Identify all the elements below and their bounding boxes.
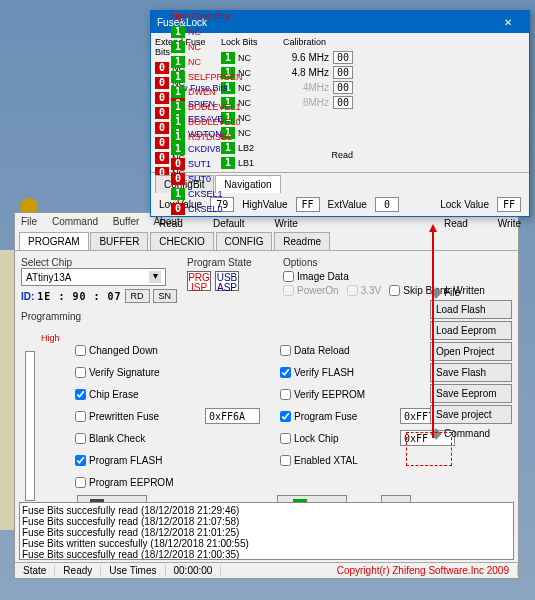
prewritten-fuse-input[interactable]: [205, 408, 260, 424]
high-bit-name-3: SELFPRGEN: [188, 72, 243, 82]
high-bit-0[interactable]: 1: [171, 26, 185, 38]
rd-button[interactable]: RD: [125, 289, 150, 303]
fuse-lock-dialog: Fuse&Lock ✕ Low Fuse Bits 0SPIEN1EESAVE1…: [150, 10, 530, 217]
menu-buffer[interactable]: Buffer: [113, 216, 140, 227]
sn-button[interactable]: SN: [153, 289, 178, 303]
cal-val-3: 00: [333, 96, 353, 109]
image-data-checkbox[interactable]: Image Data: [283, 271, 349, 282]
load-flash-button[interactable]: Load Flash: [430, 300, 512, 319]
options-label: Options: [283, 257, 485, 268]
load-eeprom-button[interactable]: Load Eeprom: [430, 321, 512, 340]
low-bit-7[interactable]: 0: [171, 203, 185, 215]
ext-bit-2[interactable]: 0: [155, 92, 169, 104]
high-label: High: [41, 333, 60, 343]
status-ready: Ready: [55, 565, 101, 576]
menu-command[interactable]: Command: [52, 216, 98, 227]
low-bit-3[interactable]: 1: [171, 143, 185, 155]
low-bit-name-5: SUT0: [188, 174, 211, 184]
main-tabs: PROGRAM BUFFER CHECKIO CONFIG Readme: [15, 230, 518, 251]
verify-eeprom-checkbox[interactable]: Verify EEPROM: [280, 389, 400, 400]
prewritten-fuse-checkbox[interactable]: Prewritten Fuse: [75, 411, 205, 422]
lock-read-button[interactable]: Read: [444, 218, 468, 229]
low-bit-name-6: CKSEL1: [188, 189, 223, 199]
chip-dropdown[interactable]: ATtiny13A ▾: [21, 268, 166, 286]
save-project-button[interactable]: Save project: [430, 405, 512, 424]
ext-bit-5[interactable]: 0: [155, 137, 169, 149]
save-flash-button[interactable]: Save Flash: [430, 363, 512, 382]
fuse-read-button[interactable]: Read: [159, 218, 183, 229]
ext-bit-1[interactable]: 0: [155, 77, 169, 89]
cal-freq-1: 4.8 MHz: [292, 67, 329, 78]
progress-bar: [25, 351, 35, 501]
program-fuse-checkbox[interactable]: Program Fuse: [280, 411, 400, 422]
changed-down-checkbox[interactable]: Changed Down: [75, 345, 205, 356]
low-bit-6[interactable]: 1: [171, 188, 185, 200]
program-flash-checkbox[interactable]: Program FLASH: [75, 455, 205, 466]
high-bit-1[interactable]: 1: [171, 41, 185, 53]
ext-bit-4[interactable]: 0: [155, 122, 169, 134]
tab-program[interactable]: PROGRAM: [19, 232, 89, 250]
low-bit-name-3: CKDIV8: [188, 144, 221, 154]
lockvalue-label: Lock Value: [440, 199, 489, 210]
programmer-window: File Command Buffer About PROGRAM BUFFER…: [14, 212, 519, 579]
enabled-xtal-checkbox[interactable]: Enabled XTAL: [280, 455, 400, 466]
low-bit-name-7: CKSEL0: [188, 204, 223, 214]
blank-check-checkbox[interactable]: Blank Check: [75, 433, 205, 444]
high-bit-2[interactable]: 1: [171, 56, 185, 68]
fuse-default-button[interactable]: Default: [213, 218, 245, 229]
lock-chip-checkbox[interactable]: Lock Chip: [280, 433, 400, 444]
menu-file[interactable]: File: [21, 216, 37, 227]
33v-checkbox: 3.3V: [347, 285, 382, 296]
usb-icon: USBASP: [215, 271, 239, 291]
close-icon[interactable]: ✕: [493, 17, 523, 28]
verify-flash-checkbox[interactable]: Verify FLASH: [280, 367, 400, 378]
status-time: 00:00:00: [166, 565, 222, 576]
tab-readme[interactable]: Readme: [274, 232, 330, 250]
lock-write-button[interactable]: Write: [498, 218, 521, 229]
high-bit-3[interactable]: 1: [171, 71, 185, 83]
annotation-arrow: [432, 226, 434, 438]
program-eeprom-checkbox[interactable]: Program EEPROM: [75, 477, 205, 488]
log-line: Fuse Bits succesfully read (18/12/2018 2…: [22, 549, 511, 560]
cal-freq-3: 8MHz: [303, 97, 329, 108]
id-label: ID:: [21, 291, 34, 302]
high-bit-4[interactable]: 1: [171, 86, 185, 98]
high-fuse-header: High Fuse Bits: [171, 11, 245, 21]
ext-bit-6[interactable]: 0: [155, 152, 169, 164]
high-bit-name-1: NC: [188, 42, 201, 52]
cal-read-button[interactable]: Read: [283, 150, 353, 160]
cal-val-2: 00: [333, 81, 353, 94]
low-bit-4[interactable]: 0: [171, 158, 185, 170]
tab-checkio[interactable]: CHECKIO: [150, 232, 214, 250]
chevron-down-icon: ▾: [149, 271, 161, 283]
log-panel[interactable]: Fuse Bits succesfully read (18/12/2018 2…: [19, 502, 514, 560]
cal-freq-2: 4MHz: [303, 82, 329, 93]
high-bit-5[interactable]: 1: [171, 101, 185, 113]
program-state-label: Program State: [187, 257, 251, 268]
save-eeprom-button[interactable]: Save Eeprom: [430, 384, 512, 403]
cal-val-0: 00: [333, 51, 353, 64]
open-project-button[interactable]: Open Project: [430, 342, 512, 361]
chip-erase-checkbox[interactable]: Chip Erase: [75, 389, 205, 400]
log-line: Fuse Bits written succesfully (18/12/201…: [22, 538, 511, 549]
log-line: Fuse Bits succesfully read (18/12/2018 2…: [22, 505, 511, 516]
status-bar: State Ready Use Times 00:00:00 Copyright…: [15, 562, 518, 578]
fuse-write-button[interactable]: Write: [275, 218, 298, 229]
high-bit-name-2: NC: [188, 57, 201, 67]
tab-buffer[interactable]: BUFFER: [90, 232, 148, 250]
tab-config[interactable]: CONFIG: [216, 232, 273, 250]
lockvalue-input[interactable]: [497, 197, 521, 212]
verify-sig-checkbox[interactable]: Verify Signature: [75, 367, 205, 378]
chip-value: ATtiny13A: [26, 272, 71, 283]
low-bit-5[interactable]: 0: [171, 173, 185, 185]
ext-bit-0[interactable]: 0: [155, 62, 169, 74]
status-use: Use Times: [101, 565, 165, 576]
highvalue-input[interactable]: [296, 197, 320, 212]
high-bit-7[interactable]: 1: [171, 131, 185, 143]
ext-bit-3[interactable]: 0: [155, 107, 169, 119]
high-bit-6[interactable]: 1: [171, 116, 185, 128]
highvalue-label: HighValue: [242, 199, 287, 210]
extvalue-input[interactable]: [375, 197, 399, 212]
high-bit-name-5: BODLEVEL1: [188, 102, 241, 112]
data-reload-checkbox[interactable]: Data Reload: [280, 345, 400, 356]
